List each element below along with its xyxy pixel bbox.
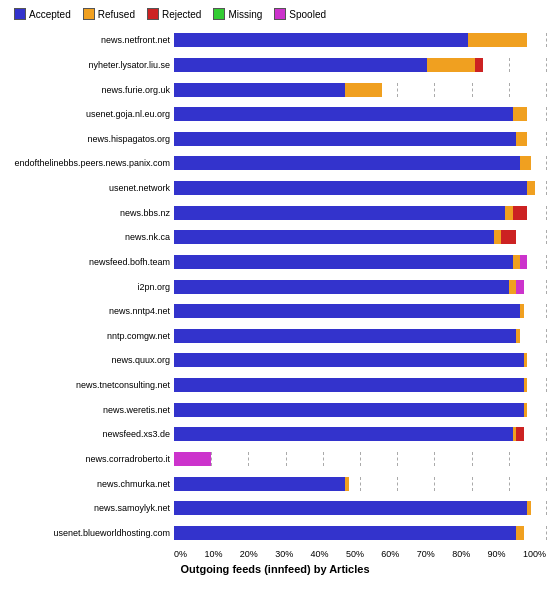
table-row: news.bbs.nz6900176	[4, 200, 546, 225]
bar-segment	[513, 255, 520, 269]
row-label: nntp.comgw.net	[4, 331, 174, 341]
bar-segment	[174, 353, 524, 367]
table-row: newsfeed.xs3.de667833	[4, 422, 546, 447]
bar-segment	[494, 230, 501, 244]
table-row: nntp.comgw.net620884	[4, 324, 546, 349]
grid-line	[546, 181, 547, 195]
legend: Accepted Refused Rejected Missing Spoole…	[4, 8, 546, 20]
bar	[174, 353, 546, 367]
table-row: newsfeed.bofh.team6577119	[4, 250, 546, 275]
bar-segment	[174, 477, 345, 491]
table-row: news.chmurka.net326720	[4, 471, 546, 496]
row-label: news.furie.org.uk	[4, 85, 174, 95]
bar-segment	[174, 181, 527, 195]
row-label: news.bbs.nz	[4, 208, 174, 218]
bar-segment	[468, 33, 528, 47]
legend-rejected: Rejected	[147, 8, 201, 20]
row-label: news.nk.ca	[4, 232, 174, 242]
bar	[174, 378, 546, 392]
bar	[174, 403, 546, 417]
bar	[174, 526, 546, 540]
bar	[174, 501, 546, 515]
bar-segment	[513, 206, 528, 220]
legend-missing: Missing	[213, 8, 262, 20]
x-label: 80%	[452, 549, 470, 559]
bar-segment	[174, 132, 516, 146]
row-label: endofthelinebbs.peers.news.panix.com	[4, 158, 174, 168]
grid-line	[546, 353, 547, 367]
grid-line	[546, 132, 547, 146]
bar	[174, 452, 546, 466]
x-axis: 0%10%20%30%40%50%60%70%80%90%100%	[174, 547, 546, 559]
table-row: news.tnetconsulting.net683855	[4, 373, 546, 398]
table-row: usenet.network6353179	[4, 176, 546, 201]
bar-segment	[174, 255, 513, 269]
bar-segment	[174, 427, 513, 441]
x-title: Outgoing feeds (innfeed) by Articles	[4, 563, 546, 575]
grid-line	[546, 255, 547, 269]
bar	[174, 230, 546, 244]
grid-line	[546, 230, 547, 244]
bar-segment	[513, 107, 528, 121]
grid-line	[546, 427, 547, 441]
legend-refused: Refused	[83, 8, 135, 20]
bar-segment	[345, 477, 349, 491]
row-label: i2pn.org	[4, 282, 174, 292]
bar	[174, 33, 546, 47]
grid-line	[546, 329, 547, 343]
table-row: i2pn.org6495110	[4, 274, 546, 299]
bar-segment	[516, 329, 520, 343]
bar	[174, 156, 546, 170]
table-row: nyheter.lysator.liu.se54761067	[4, 53, 546, 78]
table-row: news.samoylyk.net680911	[4, 496, 546, 521]
table-row: news.hispagatos.org6218236	[4, 127, 546, 152]
bar-segment	[174, 403, 524, 417]
bar-segment	[174, 501, 527, 515]
table-row: news.nntp4.net679697	[4, 299, 546, 324]
row-label: news.chmurka.net	[4, 479, 174, 489]
bar	[174, 477, 546, 491]
grid-line	[546, 206, 547, 220]
bar-segment	[527, 501, 531, 515]
row-label: newsfeed.bofh.team	[4, 257, 174, 267]
row-label: usenet.network	[4, 183, 174, 193]
spooled-color-box	[274, 8, 286, 20]
table-row: news.furie.org.uk3142701	[4, 77, 546, 102]
table-row: usenet.blueworldhosting.com6010100	[4, 521, 546, 546]
bar-segment	[509, 280, 516, 294]
x-label: 0%	[174, 549, 187, 559]
x-label: 100%	[523, 549, 546, 559]
bar-segment	[520, 255, 527, 269]
bar-segment	[516, 526, 523, 540]
row-label: news.weretis.net	[4, 405, 174, 415]
bar-segment	[174, 206, 505, 220]
bar-segment	[174, 329, 516, 343]
grid-line	[546, 477, 547, 491]
grid-line	[546, 526, 547, 540]
missing-color-box	[213, 8, 225, 20]
grid-line	[546, 378, 547, 392]
bar	[174, 427, 546, 441]
table-row: usenet.goja.nl.eu.org6519283	[4, 102, 546, 127]
bar	[174, 58, 546, 72]
x-label: 10%	[204, 549, 222, 559]
bar-segment	[174, 230, 494, 244]
bar-segment	[524, 378, 528, 392]
x-label: 60%	[381, 549, 399, 559]
row-label: news.quux.org	[4, 355, 174, 365]
table-row: news.netfront.net68151630	[4, 28, 546, 53]
row-label: news.hispagatos.org	[4, 134, 174, 144]
bar-segment	[174, 83, 345, 97]
rejected-color-box	[147, 8, 159, 20]
row-label: news.netfront.net	[4, 35, 174, 45]
legend-refused-label: Refused	[98, 9, 135, 20]
bar-segment	[505, 206, 512, 220]
row-label: usenet.goja.nl.eu.org	[4, 109, 174, 119]
bar-segment	[174, 33, 468, 47]
grid-line	[546, 58, 547, 72]
bar	[174, 206, 546, 220]
legend-accepted-label: Accepted	[29, 9, 71, 20]
chart-container: Accepted Refused Rejected Missing Spoole…	[0, 0, 550, 605]
row-label: newsfeed.xs3.de	[4, 429, 174, 439]
row-label: news.corradroberto.it	[4, 454, 174, 464]
